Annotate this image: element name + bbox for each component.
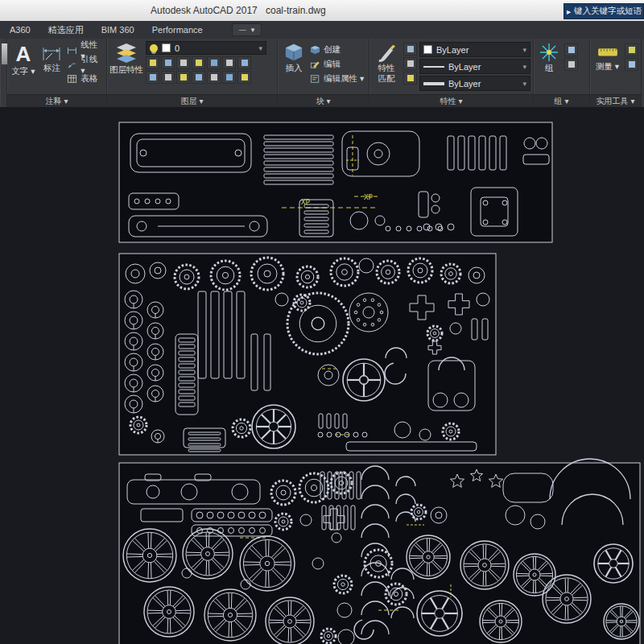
layer-tool-icon[interactable] bbox=[237, 56, 251, 69]
text-a-icon: A bbox=[15, 43, 31, 65]
layer-select-combo[interactable]: 0 ▾ bbox=[146, 41, 266, 55]
tab-featured-apps[interactable]: 精选应用 bbox=[48, 24, 84, 36]
edit-block-label: 编辑 bbox=[324, 59, 341, 70]
layer-color-swatch bbox=[162, 43, 171, 52]
edit-attr-icon bbox=[310, 74, 320, 84]
panel-properties-title: 特性 bbox=[440, 96, 456, 107]
layer-properties-label: 图层特性 bbox=[109, 64, 143, 74]
create-cube-icon bbox=[310, 45, 320, 55]
leader-button[interactable]: 引线 ▾ bbox=[67, 58, 104, 71]
lineweight-value: ByLayer bbox=[448, 79, 481, 89]
layer-properties-button[interactable]: 图层特性 bbox=[109, 41, 143, 94]
layer-tool-icon[interactable] bbox=[192, 71, 205, 84]
panel-layers-footer[interactable]: 图层 ▾ bbox=[107, 94, 277, 107]
chevron-down-icon: ▾ bbox=[522, 63, 526, 71]
color-swatch bbox=[423, 45, 432, 54]
dimension-button[interactable]: 标注 bbox=[39, 41, 65, 94]
chevron-down-icon: ▾ bbox=[630, 97, 634, 105]
panel-utilities: 测量 ▾ 实用工具 ▾ bbox=[590, 39, 642, 107]
object-color-combo[interactable]: ByLayer ▾ bbox=[419, 42, 530, 57]
object-color-value: ByLayer bbox=[436, 45, 469, 55]
layer-tool-icon[interactable] bbox=[161, 56, 175, 69]
tab-bim360[interactable]: BIM 360 bbox=[101, 25, 134, 35]
insert-label: 插入 bbox=[286, 63, 303, 72]
tab-a360[interactable]: A360 bbox=[10, 25, 31, 35]
dimension-icon bbox=[41, 43, 62, 62]
properties-settings-icon[interactable] bbox=[403, 72, 417, 85]
table-label: 表格 bbox=[80, 73, 97, 85]
create-block-button[interactable]: 创建 bbox=[310, 43, 364, 56]
chevron-down-icon: ▾ bbox=[326, 97, 330, 105]
layer-tool-icon[interactable] bbox=[222, 71, 236, 84]
edit-attributes-button[interactable]: 编辑属性 ▾ bbox=[310, 72, 364, 85]
lineweight-sample bbox=[423, 82, 444, 85]
layer-stack-icon bbox=[114, 43, 138, 64]
insert-cube-icon bbox=[283, 43, 304, 62]
quick-calc-icon[interactable] bbox=[625, 43, 638, 56]
ribbon-minimize-button[interactable]: — ▾ bbox=[232, 23, 262, 36]
panel-layers-title: 图层 bbox=[180, 96, 196, 107]
chevron-down-icon: ▾ bbox=[522, 80, 526, 88]
edit-attributes-label: 编辑属性 ▾ bbox=[324, 73, 364, 85]
table-button[interactable]: 表格 bbox=[67, 72, 104, 85]
match-properties-label-2: 匹配 bbox=[378, 73, 395, 83]
ungroup-icon[interactable] bbox=[564, 43, 578, 56]
layer-tools-row-2 bbox=[146, 71, 275, 84]
lineweight-combo[interactable]: ByLayer ▾ bbox=[419, 76, 530, 91]
panel-layers: 图层特性 0 ▾ 图层 ▾ bbox=[107, 39, 278, 107]
measure-label: 测量 ▾ bbox=[596, 61, 619, 71]
edit-block-button[interactable]: 编辑 bbox=[310, 58, 364, 71]
current-layer-value: 0 bbox=[175, 43, 180, 53]
chevron-down-icon: ▾ bbox=[258, 44, 262, 52]
panel-block-footer[interactable]: 块 ▾ bbox=[278, 94, 369, 107]
layer-tool-icon[interactable] bbox=[176, 71, 190, 84]
text-tool-label: 文字 ▾ bbox=[11, 66, 35, 76]
layer-tool-icon[interactable] bbox=[161, 71, 175, 84]
title-bar: Autodesk AutoCAD 2017 coal-train.dwg ▸ 键… bbox=[0, 0, 644, 22]
layer-tool-icon[interactable] bbox=[176, 56, 190, 69]
insert-block-button[interactable]: 插入 bbox=[280, 41, 308, 94]
layer-tool-icon[interactable] bbox=[207, 56, 221, 69]
layer-tool-icon[interactable] bbox=[192, 56, 205, 69]
linetype-value: ByLayer bbox=[448, 62, 481, 72]
measure-button[interactable]: 测量 ▾ bbox=[592, 41, 622, 94]
search-arrow-icon: ▸ bbox=[567, 6, 571, 16]
match-brush-icon bbox=[377, 43, 396, 62]
edit-pencil-icon bbox=[310, 60, 320, 69]
panel-utilities-title: 实用工具 bbox=[596, 96, 628, 107]
match-properties-button[interactable]: 特性 匹配 bbox=[372, 41, 401, 94]
drawing-svg[interactable]: XPXP bbox=[0, 107, 644, 644]
layer-tool-icon[interactable] bbox=[146, 71, 159, 84]
linetype-combo[interactable]: ByLayer ▾ bbox=[419, 59, 530, 74]
drawing-area[interactable]: XPXP bbox=[0, 107, 644, 644]
table-icon bbox=[67, 74, 77, 84]
panel-group-title: 组 bbox=[554, 96, 562, 107]
group-label: 组 bbox=[545, 63, 554, 72]
group-star-icon bbox=[539, 43, 559, 62]
match-properties-label-1: 特性 bbox=[378, 63, 395, 72]
group-button[interactable]: 组 bbox=[536, 41, 562, 94]
id-point-icon[interactable] bbox=[625, 58, 638, 71]
layer-tools-row-1 bbox=[146, 56, 275, 69]
ribbon-tab-bar: A360 精选应用 BIM 360 Performance — ▾ bbox=[0, 21, 644, 39]
infocenter-search[interactable]: ▸ 键入关键字或短语 bbox=[564, 3, 644, 19]
properties-list-icon[interactable] bbox=[403, 43, 417, 56]
partial-panel-sliver bbox=[0, 39, 7, 107]
measure-ruler-icon bbox=[597, 43, 619, 60]
search-placeholder: 键入关键字或短语 bbox=[574, 6, 642, 17]
group-edit-icon[interactable] bbox=[564, 58, 578, 71]
tab-performance[interactable]: Performance bbox=[152, 25, 203, 35]
text-tool-button[interactable]: A 文字 ▾ bbox=[10, 41, 37, 94]
panel-utilities-footer[interactable]: 实用工具 ▾ bbox=[590, 94, 641, 107]
panel-group: 组 组 ▾ bbox=[534, 39, 590, 107]
panel-annotate-footer[interactable]: 注释 ▾ bbox=[7, 94, 106, 107]
layer-tool-icon[interactable] bbox=[146, 56, 159, 69]
panel-group-footer[interactable]: 组 ▾ bbox=[534, 94, 589, 107]
layer-tool-icon[interactable] bbox=[222, 56, 236, 69]
panel-properties-footer[interactable]: 特性 ▾ bbox=[369, 94, 533, 107]
properties-paint-icon[interactable] bbox=[403, 57, 417, 70]
layer-tool-icon[interactable] bbox=[237, 71, 251, 84]
linetype-sample bbox=[423, 66, 444, 68]
layer-tool-icon[interactable] bbox=[207, 71, 221, 84]
panel-block-title: 块 bbox=[316, 96, 324, 107]
